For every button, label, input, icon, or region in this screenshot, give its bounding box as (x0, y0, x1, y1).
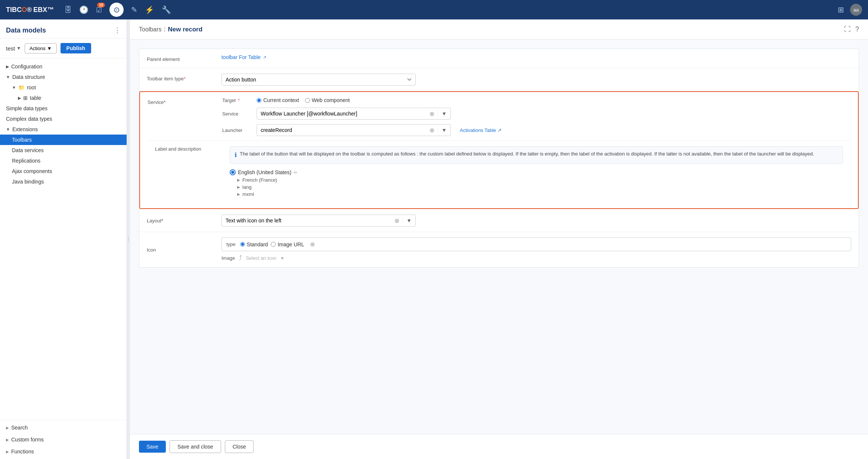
sidebar: Data models ⋮ test ▼ Actions ▼ Publish ▶… (0, 19, 127, 459)
grid-nav-icon[interactable]: ⊞ (838, 5, 844, 14)
sidebar-item-toolbars[interactable]: Toolbars (0, 135, 127, 145)
chevron-down-icon: ▼ (12, 85, 16, 90)
workspace-name: test (6, 45, 15, 52)
sidebar-resize-handle[interactable]: ⋮ (127, 19, 130, 459)
icon-label: Icon (147, 247, 221, 253)
toolbar-item-type-label: Toolbar item type* (147, 74, 221, 81)
service-header-row: Service* Target * (148, 97, 850, 141)
icon-row: Icon type Standard Image URL (139, 232, 859, 267)
select-icon-arrow: ▼ (280, 256, 285, 261)
radio-dot (230, 169, 236, 175)
chevron-right-icon: ▶ (6, 450, 9, 454)
folder-icon: 📁 (18, 84, 25, 90)
chevron-right-icon: ▶ (6, 438, 9, 442)
wrench-nav-icon[interactable]: 🔧 (162, 5, 171, 14)
table-icon: ⊞ (23, 95, 28, 101)
target-radio-group: Current context Web component (257, 97, 350, 103)
sidebar-item-search[interactable]: ▶ Search (0, 422, 127, 434)
sidebar-item-java-bindings[interactable]: Java bindings (0, 176, 127, 187)
target-label: Target * (222, 98, 252, 103)
layout-input[interactable] (222, 215, 391, 226)
sidebar-item-simple-data-types[interactable]: Simple data types (0, 103, 127, 114)
edit-nav-icon[interactable]: ✎ (131, 5, 137, 14)
info-box: ℹ The label of the button that will be d… (230, 146, 843, 164)
help-icon[interactable]: ? (855, 25, 859, 33)
close-button[interactable]: Close (225, 440, 254, 453)
service-sublabel: Service (222, 111, 252, 117)
form-container: Parent element toolbar For Table ↗ Toolb… (130, 40, 868, 434)
workspace-selector[interactable]: test ▼ (6, 45, 21, 52)
edit-lang-icon[interactable]: ✏ (294, 170, 298, 175)
radio-web-component[interactable]: Web component (305, 97, 350, 103)
service-input-wrapper: ⊗ ▼ (257, 108, 451, 120)
parent-element-link[interactable]: toolbar For Table ↗ (221, 54, 851, 60)
chevron-down-icon: ▼ (6, 127, 10, 132)
service-input[interactable] (257, 108, 427, 119)
plugin-nav-icon[interactable]: ⚡ (145, 5, 154, 14)
radio-standard[interactable]: Standard (240, 241, 268, 247)
radio-image-url[interactable]: Image URL (271, 241, 304, 247)
radio-current-context[interactable]: Current context (257, 97, 299, 103)
tasks-nav-icon[interactable]: ☑ 10 (96, 6, 102, 14)
activations-table-link[interactable]: Activations Table ↗ (460, 127, 502, 133)
sidebar-item-ajax-components[interactable]: Ajax components (0, 166, 127, 176)
layout-dropdown-icon[interactable]: ▼ (402, 218, 415, 224)
sidebar-item-data-services[interactable]: Data services (0, 145, 127, 155)
sidebar-item-data-structure[interactable]: ▼ Data structure (0, 72, 127, 82)
icon-type-clear-icon[interactable]: ⊗ (307, 241, 318, 248)
parent-element-row: Parent element toolbar For Table ↗ (139, 49, 859, 68)
content-area: Toolbars : New record ⛶ ? Parent element… (130, 19, 868, 459)
launcher-dropdown-icon[interactable]: ▼ (437, 127, 450, 133)
app-logo: TIBCO® EBX™ (6, 6, 54, 14)
actions-button[interactable]: Actions ▼ (25, 43, 57, 53)
service-inner: Service* Target * (140, 92, 858, 208)
parent-element-label: Parent element (147, 54, 221, 62)
sidebar-item-replications[interactable]: Replications (0, 155, 127, 166)
sidebar-item-functions[interactable]: ▶ Functions (0, 446, 127, 458)
image-upload-icon[interactable]: ⤴ (239, 254, 242, 262)
image-label: Image (221, 255, 235, 261)
sidebar-menu-icon[interactable]: ⋮ (114, 26, 121, 34)
layout-select-wrapper: ⊗ ▼ (221, 215, 416, 227)
sidebar-item-extensions[interactable]: ▼ Extensions (0, 124, 127, 135)
service-clear-icon[interactable]: ⊗ (427, 110, 437, 117)
sidebar-tree: ▶ Configuration ▼ Data structure ▼ 📁 roo… (0, 58, 127, 420)
active-nav-icon[interactable]: ⊙ (109, 3, 124, 17)
chevron-right-icon: ▶ (237, 178, 240, 182)
expand-icon[interactable]: ⛶ (844, 25, 851, 33)
form-card: Parent element toolbar For Table ↗ Toolb… (139, 49, 859, 268)
sidebar-item-configuration[interactable]: ▶ Configuration (0, 61, 127, 72)
chevron-right-icon: ▶ (6, 64, 9, 69)
publish-button[interactable]: Publish (61, 43, 92, 53)
chevron-right-icon: ▶ (18, 96, 21, 101)
select-icon-placeholder[interactable]: Select an icon (246, 255, 276, 261)
service-dropdown-icon[interactable]: ▼ (437, 111, 450, 117)
chevron-right-icon: ▶ (6, 426, 9, 430)
database-nav-icon[interactable]: 🗄 (64, 6, 72, 14)
save-button[interactable]: Save (139, 441, 166, 453)
lang-french-group: ▶ French (France) ▶ lang ▶ (237, 176, 843, 198)
service-section: Service* Target * (139, 91, 859, 209)
toolbar-item-type-select[interactable]: Action button (221, 74, 416, 86)
sidebar-item-custom-forms[interactable]: ▶ Custom forms (0, 434, 127, 446)
lang-lang-item[interactable]: ▶ lang (237, 184, 843, 191)
icon-image-row: Image ⤴ Select an icon ▼ (221, 254, 851, 262)
clock-nav-icon[interactable]: 🕐 (79, 5, 89, 14)
save-and-close-button[interactable]: Save and close (170, 440, 221, 453)
breadcrumb-section: Toolbars (139, 26, 161, 33)
launcher-input[interactable] (257, 124, 427, 136)
sidebar-item-complex-data-types[interactable]: Complex data types (0, 114, 127, 124)
lang-french-item[interactable]: ▶ French (France) (237, 176, 843, 184)
label-desc-label: Label and description (155, 146, 230, 152)
layout-clear-icon[interactable]: ⊗ (391, 217, 402, 224)
lang-english-item[interactable]: English (United States) ✏ (230, 168, 843, 176)
service-content: Target * Current context (222, 97, 850, 141)
nav-badge: 10 (97, 3, 105, 7)
service-sublabel-row: Service ⊗ ▼ (222, 108, 850, 120)
layout-label: Layout* (147, 218, 221, 224)
launcher-clear-icon[interactable]: ⊗ (427, 127, 437, 134)
lang-mxml-item[interactable]: ▶ mxml (237, 191, 843, 198)
user-avatar[interactable]: aa (850, 4, 862, 16)
sidebar-item-root[interactable]: ▼ 📁 root (0, 82, 127, 93)
sidebar-item-table[interactable]: ▶ ⊞ table (0, 93, 127, 103)
